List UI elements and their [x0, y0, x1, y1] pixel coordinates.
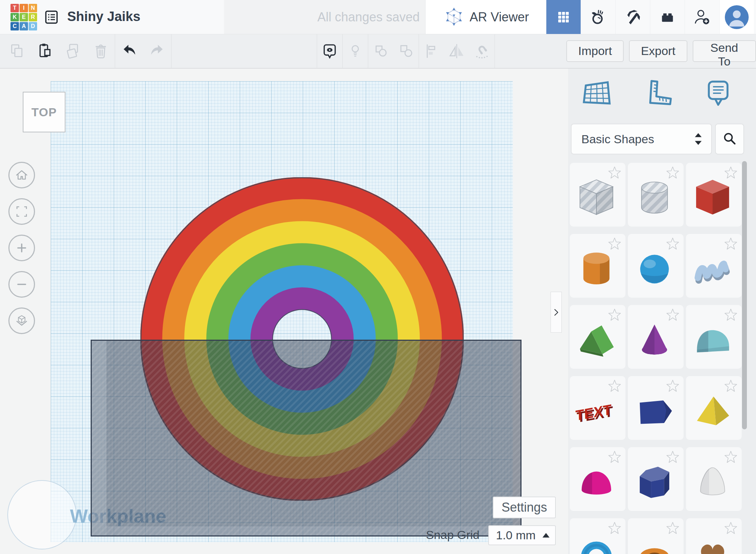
design-title[interactable]: Shiny Jaiks [67, 9, 140, 24]
shape-tile-scribble[interactable] [686, 234, 742, 298]
shape-tile-polygon[interactable] [628, 447, 684, 511]
shape-grid: TEXTTEXT [570, 163, 742, 554]
shape-polygon-icon [633, 460, 676, 503]
notes-tool-icon [702, 77, 734, 111]
shape-tile-pyramid[interactable] [686, 376, 742, 440]
settings-button[interactable]: Settings [493, 497, 556, 518]
account-avatar[interactable] [719, 0, 754, 34]
home-icon [13, 166, 31, 184]
delete-icon [91, 41, 111, 61]
mirror-button[interactable] [444, 34, 469, 68]
shape-tile-sphere[interactable] [628, 234, 684, 298]
zoom-out-button[interactable] [8, 271, 35, 298]
shape-tile-round-roof[interactable] [686, 305, 742, 369]
align-icon [422, 41, 441, 61]
sim-lab-button[interactable] [581, 0, 615, 34]
mirror-icon [447, 41, 467, 61]
collapse-panel-button[interactable] [551, 292, 562, 333]
box-shape[interactable] [91, 340, 522, 536]
shape-tile-hole-box[interactable] [570, 163, 625, 227]
redo-icon [147, 41, 167, 61]
blocks-view-button[interactable] [546, 0, 581, 34]
group-button[interactable] [368, 34, 393, 68]
shape-wedge-icon [633, 389, 676, 432]
snap-button[interactable] [469, 34, 495, 68]
invite-button[interactable] [685, 0, 719, 34]
shape-tile-roof[interactable] [570, 305, 625, 369]
ar-viewer-button[interactable]: AR Viewer [425, 0, 547, 34]
minecraft-export-button[interactable] [615, 0, 650, 34]
search-icon [721, 131, 738, 147]
send-to-button[interactable]: Send To [693, 40, 756, 62]
chevron-right-icon [552, 305, 561, 319]
avatar-icon [724, 4, 750, 30]
shape-pyramid-icon [691, 389, 734, 432]
undo-button[interactable] [115, 34, 143, 68]
zoom-in-button[interactable] [8, 235, 35, 261]
pickaxe-icon [622, 7, 643, 28]
shape-torus-icon [575, 531, 618, 554]
search-shapes-button[interactable] [715, 124, 744, 154]
panel-tool-icons [568, 77, 747, 111]
snap-grid-dropdown[interactable]: 1.0 mm [488, 525, 556, 545]
viewport-3d[interactable]: Workplane TOP Settings Snap Grid 1.0 mm [0, 69, 568, 554]
align-button[interactable] [419, 34, 444, 68]
tinkercad-logo[interactable]: TINKERCAD [10, 4, 37, 30]
shape-tile-box[interactable] [686, 163, 742, 227]
toolbar-group-edit [3, 34, 172, 68]
shape-tile-text[interactable]: TEXTTEXT [570, 376, 625, 440]
shape-tile-tube[interactable] [628, 518, 684, 554]
duplicate-icon [63, 41, 83, 61]
shape-tile-cylinder[interactable] [570, 234, 625, 298]
panel-scrollbar[interactable] [742, 161, 747, 429]
shape-tile-torus[interactable] [570, 518, 625, 554]
view-cube[interactable]: TOP [23, 92, 65, 132]
paste-icon [35, 41, 55, 61]
ar-viewer-icon [443, 6, 465, 28]
zoom-in-icon [13, 239, 31, 257]
toolbar-file-buttons: Import Export Send To [566, 34, 756, 68]
logo-tile: I [20, 4, 28, 12]
brick-export-button[interactable] [650, 0, 685, 34]
snap-icon [472, 41, 492, 61]
export-button[interactable]: Export [629, 40, 687, 62]
undo-icon [119, 41, 139, 61]
show-all-button[interactable] [343, 34, 368, 68]
show-all-icon [345, 41, 365, 61]
show-hide-button[interactable] [317, 34, 342, 68]
logo-tile: A [20, 22, 28, 30]
workplane-tool-icon[interactable] [581, 77, 613, 111]
ar-cube-icon [443, 6, 465, 28]
perspective-toggle-button[interactable] [8, 307, 35, 334]
shape-tile-heart[interactable] [686, 518, 742, 554]
redo-button[interactable] [143, 34, 171, 68]
import-button[interactable]: Import [566, 40, 624, 62]
copy-button[interactable] [3, 34, 31, 68]
shape-tube-icon [633, 531, 676, 554]
ruler-tool-icon[interactable] [641, 77, 673, 111]
shape-tile-paraboloid[interactable] [570, 447, 625, 511]
list-icon [43, 8, 60, 26]
logo-tile: C [10, 22, 19, 30]
delete-button[interactable] [87, 34, 115, 68]
shape-tile-wedge[interactable] [628, 376, 684, 440]
ar-viewer-label: AR Viewer [470, 10, 529, 25]
notes-tool-icon[interactable] [702, 77, 734, 111]
ungroup-button[interactable] [393, 34, 419, 68]
design-menu-button[interactable] [43, 8, 60, 26]
shape-tile-cone[interactable] [628, 305, 684, 369]
toolbar-divider [495, 34, 495, 68]
shape-tile-rounded-cone[interactable] [686, 447, 742, 511]
shape-tile-hole-cylinder[interactable] [628, 163, 684, 227]
person-add-icon [692, 7, 713, 28]
sim-lab-icon [588, 7, 609, 28]
zoom-out-icon [13, 275, 31, 293]
shape-heart-icon [691, 531, 734, 554]
home-view-button[interactable] [8, 162, 35, 188]
fit-view-button[interactable] [8, 198, 35, 225]
shape-category-dropdown[interactable]: Basic Shapes [571, 124, 712, 154]
paste-button[interactable] [31, 34, 59, 68]
copy-icon [7, 41, 27, 61]
duplicate-button[interactable] [59, 34, 87, 68]
blocks-grid-icon [553, 7, 574, 28]
